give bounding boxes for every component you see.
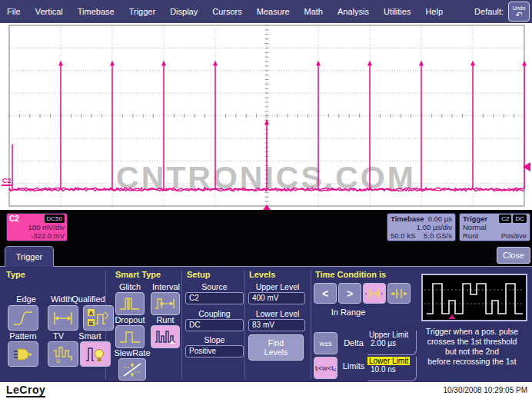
separator xyxy=(311,271,311,379)
trigger-type: Runt xyxy=(463,231,478,240)
timebase-sample-rate: 5.0 GS/s xyxy=(424,231,452,240)
waveform-display: CNTRONICS.COM C2 xyxy=(0,23,532,210)
glitch-button-label: Glitch xyxy=(114,282,146,291)
edge-trigger-button[interactable] xyxy=(8,305,38,331)
out-of-range-button[interactable] xyxy=(387,283,411,304)
qualified-button-label: Qualified xyxy=(71,294,106,304)
source-select[interactable]: C2 xyxy=(185,292,244,304)
menu-item-utilities[interactable]: Utilities xyxy=(384,7,411,16)
interval-trigger-button[interactable] xyxy=(151,292,180,315)
pattern-trigger-button[interactable] xyxy=(8,341,38,367)
limits-mode-button[interactable]: tₗ<w<tᵤ xyxy=(314,357,337,379)
delta-label: Delta xyxy=(340,338,367,347)
trigger-panel: Type Edge Width Qualified A B Pattern TV… xyxy=(0,266,532,382)
separator xyxy=(244,271,245,379)
svg-text:B: B xyxy=(89,319,94,326)
menu-item-file[interactable]: File xyxy=(7,7,21,16)
runt-trigger-button[interactable] xyxy=(151,325,180,348)
coupling-label: Coupling xyxy=(185,309,244,318)
width-trigger-button[interactable] xyxy=(48,305,78,331)
upper-level-input[interactable]: 400 mV xyxy=(248,292,305,304)
tv-icon: u xyxy=(52,344,75,364)
menu-item-help[interactable]: Help xyxy=(425,7,443,16)
interval-button-label: Interval xyxy=(148,282,185,291)
description-line: crosses the 1st threshold xyxy=(414,337,530,347)
trigger-level-marker[interactable] xyxy=(523,162,530,171)
menu-item-trigger[interactable]: Trigger xyxy=(129,7,155,16)
channel-position-marker[interactable]: C2 xyxy=(2,177,12,186)
smart-button-label: Smart xyxy=(74,331,106,341)
status-strip: C2 DC50 100 mV/div -322.0 mV Timebase 0.… xyxy=(0,210,532,266)
menu-item-analysis[interactable]: Analysis xyxy=(337,7,369,16)
coupling-select[interactable]: DC xyxy=(185,319,244,331)
channel-c2-descriptor[interactable]: C2 DC50 100 mV/div -322.0 mV xyxy=(6,213,68,241)
trigger-coupling-badge: DC xyxy=(513,214,527,223)
tv-trigger-button[interactable]: u xyxy=(48,341,78,367)
less-than-button[interactable]: < xyxy=(314,283,337,304)
timebase-title: Timebase xyxy=(391,214,424,223)
glitch-trigger-button[interactable] xyxy=(115,292,145,315)
graticule-and-trace xyxy=(0,23,532,210)
find-levels-button[interactable]: Find Levels xyxy=(248,334,304,361)
runt-icon xyxy=(154,328,177,345)
menu-item-math[interactable]: Math xyxy=(304,7,323,16)
edge-icon xyxy=(12,309,35,328)
description-line: before recrossing the 1st xyxy=(414,357,530,367)
menu-items: FileVerticalTimebaseTriggerDisplayCursor… xyxy=(0,7,474,16)
slope-select[interactable]: Positive xyxy=(185,345,244,357)
menu-item-vertical[interactable]: Vertical xyxy=(35,7,63,16)
slope-label: Slope xyxy=(185,335,244,344)
greater-than-button[interactable]: > xyxy=(338,283,361,304)
in-range-button[interactable] xyxy=(363,283,386,304)
trigger-tab[interactable]: Trigger xyxy=(5,246,54,267)
timebase-samples: 50.0 kS xyxy=(391,231,415,240)
lower-limit-value: 10.0 ns xyxy=(367,365,396,374)
trigger-slope: Positive xyxy=(501,231,527,240)
trigger-title: Trigger xyxy=(463,214,487,223)
smart-trigger-button[interactable] xyxy=(80,341,111,367)
slewrate-icon xyxy=(121,361,143,378)
channel-name: C2 xyxy=(9,214,19,223)
upper-level-label: Upper Level xyxy=(248,282,307,291)
menu-item-measure[interactable]: Measure xyxy=(257,7,290,16)
pattern-button-label: Pattern xyxy=(5,331,42,341)
runt-button-label: Runt xyxy=(152,315,178,324)
description-line: Trigger when a pos. pulse xyxy=(414,327,530,337)
timebase-descriptor[interactable]: Timebase 0.00 µs 1.00 µs/div 50.0 kS 5.0… xyxy=(387,213,456,241)
pattern-logic-gate-icon xyxy=(12,345,35,364)
smart-lightbulb-icon xyxy=(84,344,107,364)
dropout-trigger-button[interactable] xyxy=(115,325,145,348)
timebase-delay: 0.00 µs xyxy=(428,214,452,223)
svg-text:A: A xyxy=(89,309,94,316)
menu-item-timebase[interactable]: Timebase xyxy=(78,7,115,16)
svg-text:u: u xyxy=(56,357,60,364)
channel-offset: -322.0 mV xyxy=(9,231,65,240)
qualified-trigger-button[interactable]: A B xyxy=(83,305,114,331)
levels-section-title: Levels xyxy=(249,270,275,279)
undo-button[interactable]: Undo ↶ xyxy=(508,2,530,22)
delta-mode-button[interactable]: w±s xyxy=(314,332,337,354)
in-range-icon xyxy=(364,287,384,301)
lower-limit-group[interactable]: Lower Limit 10.0 ns xyxy=(367,357,417,381)
trigger-description: Trigger when a pos. pulse crosses the 1s… xyxy=(414,327,530,367)
lower-level-input[interactable]: 83 mV xyxy=(248,319,305,331)
slewrate-trigger-button[interactable] xyxy=(118,358,146,381)
lecroy-logo: LeCroy xyxy=(6,384,45,397)
lower-level-label: Lower Level xyxy=(248,309,307,318)
edge-button-label: Edge xyxy=(11,294,42,304)
runt-preview-waveform-icon xyxy=(423,275,526,320)
upper-limit-label: Upper Limit xyxy=(367,331,410,339)
width-icon xyxy=(52,309,75,328)
menu-item-cursors[interactable]: Cursors xyxy=(212,7,242,16)
qualified-icon: A B xyxy=(87,308,110,328)
footer-bar: LeCroy 10/30/2008 10:29:05 PM xyxy=(0,382,532,399)
dropout-icon xyxy=(118,328,141,345)
upper-limit-group[interactable]: Upper Limit 2.00 µs xyxy=(367,331,417,355)
tv-button-label: TV xyxy=(43,331,74,341)
lower-limit-label: Lower Limit xyxy=(367,357,410,365)
menu-item-display[interactable]: Display xyxy=(170,7,198,16)
close-button[interactable]: Close xyxy=(497,247,530,264)
trigger-descriptor[interactable]: Trigger C2 DC Normal Runt Positive xyxy=(459,213,530,241)
time-condition-title: Time Condition is xyxy=(315,270,386,279)
source-label: Source xyxy=(185,282,244,291)
